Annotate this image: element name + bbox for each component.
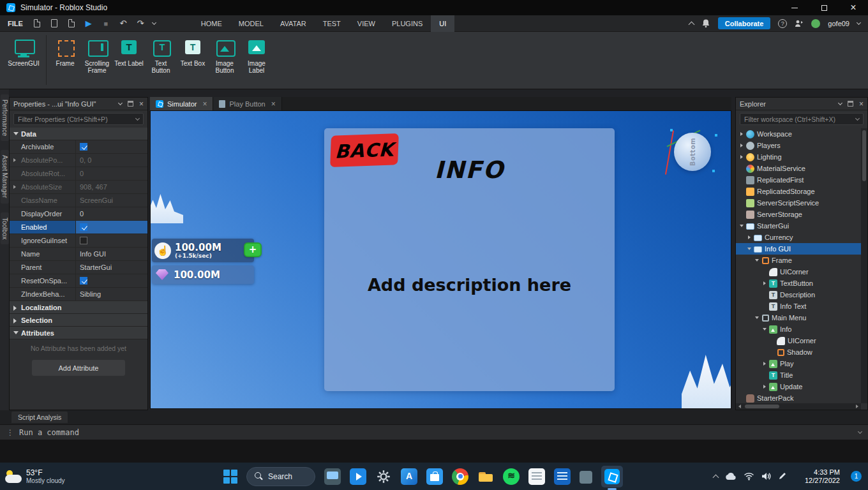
expander-icon[interactable] (738, 132, 745, 136)
user-dropdown-icon[interactable] (857, 20, 861, 24)
ribbon-text-label-button[interactable]: Text Label (113, 34, 145, 86)
property-row-name[interactable]: Name Info GUI (10, 248, 147, 261)
selection-handle[interactable] (712, 170, 715, 172)
enabled-checkbox[interactable] (80, 223, 87, 231)
pen-icon[interactable] (778, 472, 786, 480)
play-icon[interactable]: ▶ (84, 19, 94, 29)
expander-icon[interactable] (754, 259, 760, 262)
expander-icon[interactable] (746, 235, 752, 239)
expander-icon[interactable] (738, 155, 745, 159)
panel-menu-icon[interactable] (118, 100, 123, 105)
properties-filter-input[interactable]: Filter Properties (Ctrl+Shift+P) (13, 113, 144, 125)
open-file-icon[interactable] (49, 19, 59, 29)
expander-icon[interactable] (746, 248, 752, 250)
tree-item-serverstorage[interactable]: ServerStorage (736, 209, 861, 220)
tree-item-main-menu[interactable]: Main Menu (736, 312, 861, 323)
explorer-vertical-scrollbar[interactable] (861, 128, 867, 403)
game-viewport[interactable]: BACK INFO Add description here ☝ 100.00M… (150, 110, 731, 409)
expander-icon[interactable] (761, 328, 768, 330)
expander-icon[interactable] (761, 385, 768, 389)
close-tab-icon[interactable]: × (271, 100, 276, 108)
tab-home[interactable]: HOME (193, 15, 230, 32)
section-localization[interactable]: Localization (10, 301, 147, 314)
tree-item-players[interactable]: Players (736, 140, 861, 151)
wifi-icon[interactable] (744, 472, 754, 480)
add-attribute-button[interactable]: Add Attribute (32, 360, 125, 376)
ignoreguiinset-checkbox[interactable] (80, 237, 87, 244)
property-row-absoluteposition[interactable]: AbsolutePo... 0, 0 (10, 154, 147, 167)
tree-item-play[interactable]: Play (736, 358, 861, 369)
x-axis-handle[interactable] (665, 130, 674, 174)
tree-item-replicatedfirst[interactable]: ReplicatedFirst (736, 174, 861, 186)
buy-currency-button[interactable]: + (244, 242, 262, 257)
new-file-icon[interactable] (32, 19, 42, 29)
onedrive-cloud-icon[interactable] (725, 472, 737, 480)
ribbon-image-label-button[interactable]: Image Label (241, 34, 273, 86)
section-data[interactable]: Data (10, 128, 147, 140)
dock-tab-asset-manager[interactable]: Asset Manager (1, 150, 9, 203)
taskbar-icon-file-explorer[interactable] (477, 468, 494, 485)
tree-item-info-text[interactable]: Info Text (736, 301, 861, 312)
tree-item-description[interactable]: Description (736, 289, 861, 301)
notification-badge[interactable]: 1 (851, 471, 862, 482)
expander-icon[interactable] (738, 225, 745, 227)
taskbar-icon-pinned-app[interactable] (580, 471, 592, 484)
pin-icon[interactable] (848, 101, 853, 107)
volume-icon[interactable] (761, 472, 771, 480)
close-panel-icon[interactable]: × (859, 101, 864, 107)
property-row-resetonspawn[interactable]: ResetOnSpa... (10, 274, 147, 288)
tree-item-materialservice[interactable]: MaterialService (736, 163, 861, 174)
taskbar-icon-settings[interactable] (375, 468, 392, 485)
scroll-left-icon[interactable] (738, 405, 741, 408)
panel-menu-icon[interactable] (838, 100, 842, 105)
ribbon-scrolling-frame-button[interactable]: Scrolling Frame (81, 34, 113, 86)
section-selection[interactable]: Selection (10, 314, 147, 327)
expander-icon[interactable] (738, 144, 745, 147)
tab-plugins[interactable]: PLUGINS (384, 15, 431, 32)
tree-item-replicatedstorage[interactable]: ReplicatedStorage (736, 186, 861, 197)
tree-item-starterpack[interactable]: StarterPack (736, 392, 861, 403)
script-analysis-tab[interactable]: Script Analysis (11, 412, 68, 423)
taskbar-icon-notebook[interactable] (554, 468, 571, 485)
tab-avatar[interactable]: AVATAR (272, 15, 315, 32)
tab-test[interactable]: TEST (315, 15, 349, 32)
taskbar-clock[interactable]: 4:33 PM 12/27/2022 (805, 463, 840, 490)
stop-icon[interactable]: ■ (101, 19, 111, 29)
save-icon[interactable] (66, 19, 77, 29)
resetonspawn-checkbox[interactable] (80, 277, 87, 285)
scroll-right-icon[interactable] (856, 405, 858, 408)
tree-item-uicorner[interactable]: UICorner (736, 266, 861, 278)
doc-tab-play-button[interactable]: Play Button × (213, 97, 281, 110)
selection-handle[interactable] (670, 129, 673, 131)
doc-tab-simulator[interactable]: Simulator × (150, 97, 213, 110)
undo-icon[interactable]: ↶ (118, 19, 128, 29)
tree-item-textbutton[interactable]: TextButton (736, 278, 861, 289)
taskbar-icon-spotify[interactable] (503, 468, 520, 485)
expand-icon[interactable] (13, 185, 16, 189)
tree-item-update[interactable]: Update (736, 381, 861, 392)
property-row-absoluterotation[interactable]: AbsoluteRot... 0 (10, 167, 147, 181)
tree-item-currency[interactable]: Currency (736, 232, 861, 243)
tree-item-startergui[interactable]: StarterGui (736, 220, 861, 232)
property-row-displayorder[interactable]: DisplayOrder 0 (10, 207, 147, 221)
dock-tab-performance[interactable]: Performance (1, 94, 9, 141)
quick-access-dropdown-icon[interactable] (152, 20, 156, 24)
ribbon-text-button-button[interactable]: Text Button (145, 34, 177, 86)
property-row-archivable[interactable]: Archivable (10, 140, 147, 154)
tray-overflow-icon[interactable] (713, 474, 719, 480)
ribbon-text-box-button[interactable]: Text Box (177, 34, 209, 86)
close-tab-icon[interactable]: × (202, 100, 207, 108)
expander-icon[interactable] (761, 362, 768, 366)
collapse-ribbon-icon[interactable] (688, 21, 694, 27)
taskbar-icon-notepad[interactable] (528, 468, 545, 485)
expander-icon[interactable] (761, 281, 768, 285)
notifications-bell-icon[interactable] (701, 19, 710, 28)
close-button[interactable]: × (839, 0, 868, 15)
tab-model[interactable]: MODEL (230, 15, 272, 32)
property-row-enabled[interactable]: Enabled (10, 221, 147, 234)
section-attributes[interactable]: Attributes (10, 327, 147, 339)
start-button[interactable] (223, 470, 237, 484)
close-panel-icon[interactable]: × (139, 101, 144, 107)
tree-item-frame[interactable]: Frame (736, 255, 861, 266)
taskbar-icon-task-view[interactable] (324, 468, 341, 485)
